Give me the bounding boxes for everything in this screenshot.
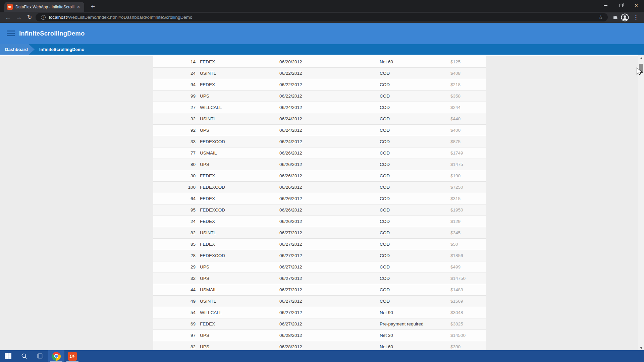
window-restore-button[interactable] [613,0,629,11]
page-scrollbar[interactable] [638,55,644,350]
cell-date: 06/24/2012 [279,113,302,124]
table-row[interactable]: 49 USINTL 06/27/2012 COD $1569 [153,296,486,307]
table-row[interactable]: 44 USMAIL 06/27/2012 COD $1483 [153,284,486,296]
back-button[interactable]: ← [3,12,13,23]
scrollbar-down-icon[interactable] [640,347,643,349]
cell-terms: COD [380,227,390,238]
browser-tab[interactable]: DF DataFlex WebApp - InfiniteScrolli ✕ [4,2,84,12]
table-row[interactable]: 94 FEDEX 06/22/2012 COD $218 [153,79,486,90]
cell-date: 06/22/2012 [279,90,302,102]
table-row[interactable]: 24 USINTL 06/22/2012 COD $408 [153,68,486,79]
table-row[interactable]: 14 FEDEX 06/20/2012 Net 60 $125 [153,56,486,68]
table-row[interactable]: 92 UPS 06/24/2012 COD $400 [153,125,486,136]
cell-order-number: 64 [153,193,196,204]
hamburger-menu-icon[interactable] [7,31,15,36]
table-row[interactable]: 97 UPS 06/28/2012 Net 30 $14500 [153,330,486,341]
cell-order-number: 97 [153,330,196,341]
address-bar[interactable]: i localhost/WebListDemo/Index.html#oDash… [36,13,608,21]
taskbar-search-button[interactable] [16,350,32,362]
cell-date: 06/22/2012 [279,68,302,79]
table-row[interactable]: 77 USMAIL 06/26/2012 COD $1749 [153,147,486,159]
table-row[interactable]: 99 UPS 06/22/2012 COD $358 [153,90,486,102]
cell-order-number: 32 [153,273,196,284]
scrollbar-up-icon[interactable] [640,57,643,59]
cell-order-number: 82 [153,227,196,238]
cell-order-number: 24 [153,68,196,79]
cell-date: 06/26/2012 [279,159,302,170]
table-row[interactable]: 80 UPS 06/26/2012 COD $1475 [153,159,486,170]
app-title: InfiniteScrollingDemo [19,23,85,44]
table-row[interactable]: 33 FEDEXCOD 06/24/2012 COD $875 [153,136,486,147]
breadcrumb-dashboard-label: Dashboard [5,44,28,55]
extensions-puzzle-icon[interactable] [610,12,620,23]
cell-order-number: 92 [153,125,196,136]
cell-terms: COD [380,261,390,273]
cell-amount: $14500 [450,330,466,341]
cell-order-number: 77 [153,147,196,159]
window-minimize-button[interactable] [598,0,613,11]
cell-amount: $3825 [450,318,463,329]
cell-carrier: FEDEXCOD [200,182,225,193]
forward-button[interactable]: → [14,12,24,23]
browser-menu-icon[interactable]: ⋮ [632,12,640,23]
bookmark-star-icon[interactable]: ☆ [598,14,603,20]
site-info-icon[interactable]: i [41,15,46,20]
cell-carrier: USINTL [200,296,216,307]
table-row[interactable]: 69 FEDEX 06/27/2012 Pre-payment required… [153,318,486,330]
cell-terms: COD [380,102,390,113]
cell-date: 06/24/2012 [279,125,302,136]
cell-carrier: FEDEX [200,318,215,329]
cell-amount: $400 [450,125,461,136]
cell-date: 06/26/2012 [279,193,302,204]
table-row[interactable]: 27 WILLCALL 06/24/2012 COD $244 [153,102,486,113]
table-row[interactable]: 64 FEDEX 06/26/2012 COD $315 [153,193,486,204]
avatar-icon [621,13,629,21]
taskbar: DF [0,350,644,362]
table-row[interactable]: 28 FEDEXCOD 06/27/2012 COD $1856 [153,250,486,261]
cell-amount: $390 [450,341,461,350]
cell-terms: Pre-payment required [380,318,424,329]
cell-amount: $244 [450,102,461,113]
window-controls: ✕ [598,0,644,11]
cell-carrier: FEDEX [200,56,215,67]
table-row[interactable]: 100 FEDEXCOD 06/26/2012 COD $7250 [153,182,486,193]
tab-close-icon[interactable]: ✕ [75,5,82,9]
cell-date: 06/20/2012 [279,56,302,67]
cell-date: 06/27/2012 [279,273,302,284]
table-row[interactable]: 24 FEDEX 06/26/2012 COD $129 [153,216,486,227]
table-row[interactable]: 32 UPS 06/27/2012 COD $14750 [153,273,486,284]
cell-date: 06/24/2012 [279,136,302,147]
cell-amount: $1856 [450,250,463,261]
cell-amount: $499 [450,261,461,273]
breadcrumb-item-dashboard[interactable]: Dashboard [0,44,35,55]
cell-date: 06/26/2012 [279,170,302,181]
table-row[interactable]: 85 FEDEX 06/27/2012 COD $50 [153,239,486,250]
table-row[interactable]: 54 WILLCALL 06/27/2012 Net 90 $3048 [153,307,486,318]
table-row[interactable]: 30 FEDEX 06/26/2012 COD $190 [153,170,486,182]
table-row[interactable]: 95 FEDEXCOD 06/26/2012 COD $1950 [153,204,486,216]
cell-terms: COD [380,296,390,307]
cell-amount: $1483 [450,284,463,295]
cell-date: 06/27/2012 [279,318,302,329]
cell-amount: $125 [450,56,461,67]
profile-avatar[interactable] [621,12,629,23]
cell-amount: $190 [450,170,461,181]
table-row[interactable]: 82 USINTL 06/27/2012 COD $345 [153,227,486,239]
table-row[interactable]: 29 UPS 06/27/2012 COD $499 [153,261,486,273]
cell-date: 06/26/2012 [279,182,302,193]
cell-carrier: USINTL [200,68,216,79]
cell-terms: Net 60 [380,341,393,350]
taskbar-dataflex-button[interactable]: DF [64,350,80,362]
new-tab-button[interactable]: + [88,2,98,12]
cell-order-number: 24 [153,216,196,227]
cell-carrier: UPS [200,341,209,350]
cell-order-number: 100 [153,182,196,193]
reload-button[interactable]: ↻ [24,12,35,23]
task-view-button[interactable] [32,350,48,362]
table-row[interactable]: 82 UPS 06/28/2012 Net 60 $390 [153,341,486,350]
window-close-button[interactable]: ✕ [629,0,644,11]
start-button[interactable] [0,350,16,362]
table-row[interactable]: 32 USINTL 06/24/2012 COD $440 [153,113,486,125]
taskbar-chrome-button[interactable] [48,350,64,362]
cell-carrier: UPS [200,90,209,102]
